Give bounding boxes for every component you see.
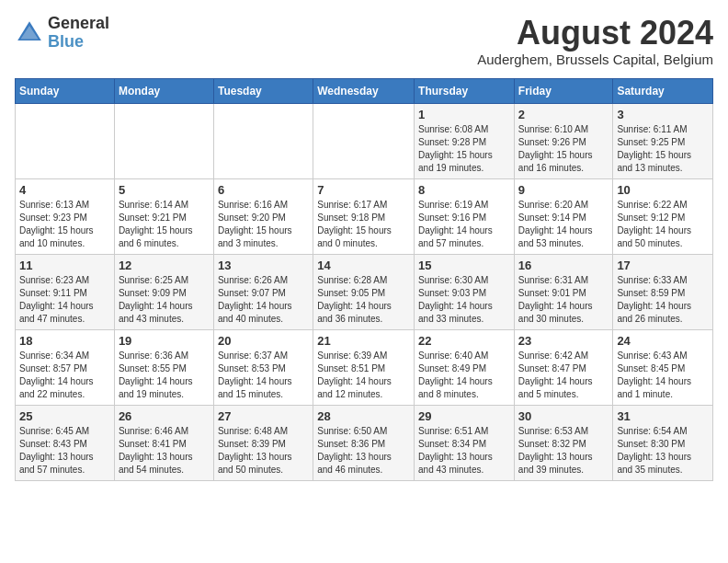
- calendar-cell: 19Sunrise: 6:36 AM Sunset: 8:55 PM Dayli…: [114, 329, 213, 405]
- day-info: Sunrise: 6:37 AM Sunset: 8:53 PM Dayligh…: [218, 350, 309, 401]
- day-info: Sunrise: 6:34 AM Sunset: 8:57 PM Dayligh…: [19, 350, 110, 401]
- calendar-cell: 28Sunrise: 6:50 AM Sunset: 8:36 PM Dayli…: [313, 405, 415, 480]
- day-number: 3: [617, 108, 709, 121]
- calendar-cell: 17Sunrise: 6:33 AM Sunset: 8:59 PM Dayli…: [613, 254, 713, 329]
- week-row-4: 25Sunrise: 6:45 AM Sunset: 8:43 PM Dayli…: [16, 405, 713, 480]
- column-header-monday: Monday: [114, 78, 213, 103]
- day-info: Sunrise: 6:53 AM Sunset: 8:32 PM Dayligh…: [518, 425, 609, 477]
- column-header-saturday: Saturday: [613, 78, 713, 103]
- day-number: 30: [518, 409, 609, 423]
- day-number: 24: [617, 334, 709, 348]
- calendar-cell: 27Sunrise: 6:48 AM Sunset: 8:39 PM Dayli…: [213, 405, 313, 480]
- logo-icon: [15, 18, 44, 48]
- day-number: 1: [418, 108, 510, 121]
- calendar-cell: 7Sunrise: 6:17 AM Sunset: 9:18 PM Daylig…: [313, 178, 415, 254]
- calendar-cell: 16Sunrise: 6:31 AM Sunset: 9:01 PM Dayli…: [514, 254, 613, 329]
- day-number: 31: [617, 409, 709, 423]
- day-number: 14: [317, 259, 410, 272]
- title-block: August 2024 Auderghem, Brussels Capital,…: [477, 15, 713, 67]
- day-number: 7: [317, 183, 410, 197]
- calendar-cell: 14Sunrise: 6:28 AM Sunset: 9:05 PM Dayli…: [313, 254, 415, 329]
- header-row: SundayMondayTuesdayWednesdayThursdayFrid…: [16, 78, 713, 103]
- day-number: 21: [317, 334, 410, 348]
- calendar-header: SundayMondayTuesdayWednesdayThursdayFrid…: [16, 78, 713, 103]
- calendar-cell: 9Sunrise: 6:20 AM Sunset: 9:14 PM Daylig…: [514, 178, 613, 254]
- calendar-cell: 22Sunrise: 6:40 AM Sunset: 8:49 PM Dayli…: [415, 329, 515, 405]
- day-info: Sunrise: 6:54 AM Sunset: 8:30 PM Dayligh…: [617, 425, 709, 477]
- calendar-cell: 3Sunrise: 6:11 AM Sunset: 9:25 PM Daylig…: [613, 103, 713, 178]
- week-row-3: 18Sunrise: 6:34 AM Sunset: 8:57 PM Dayli…: [16, 329, 713, 405]
- day-number: 12: [119, 259, 210, 272]
- day-number: 23: [518, 334, 609, 348]
- day-info: Sunrise: 6:20 AM Sunset: 9:14 PM Dayligh…: [518, 199, 609, 250]
- day-info: Sunrise: 6:22 AM Sunset: 9:12 PM Dayligh…: [617, 199, 709, 250]
- day-info: Sunrise: 6:42 AM Sunset: 8:47 PM Dayligh…: [518, 350, 609, 401]
- month-year: August 2024: [477, 15, 713, 52]
- day-number: 20: [218, 334, 309, 348]
- day-number: 17: [617, 259, 709, 272]
- calendar-cell: [213, 103, 313, 178]
- day-number: 6: [218, 183, 309, 197]
- calendar-cell: [114, 103, 213, 178]
- calendar-cell: 5Sunrise: 6:14 AM Sunset: 9:21 PM Daylig…: [114, 178, 213, 254]
- day-number: 9: [518, 183, 609, 197]
- day-number: 5: [119, 183, 210, 197]
- logo-general: General: [48, 14, 109, 32]
- day-info: Sunrise: 6:08 AM Sunset: 9:28 PM Dayligh…: [418, 123, 510, 175]
- calendar-cell: 11Sunrise: 6:23 AM Sunset: 9:11 PM Dayli…: [16, 254, 115, 329]
- day-info: Sunrise: 6:30 AM Sunset: 9:03 PM Dayligh…: [418, 274, 510, 326]
- calendar-cell: 1Sunrise: 6:08 AM Sunset: 9:28 PM Daylig…: [415, 103, 515, 178]
- column-header-friday: Friday: [514, 78, 613, 103]
- day-info: Sunrise: 6:48 AM Sunset: 8:39 PM Dayligh…: [218, 425, 309, 477]
- calendar-cell: 8Sunrise: 6:19 AM Sunset: 9:16 PM Daylig…: [415, 178, 515, 254]
- day-number: 8: [418, 183, 510, 197]
- column-header-tuesday: Tuesday: [213, 78, 313, 103]
- day-info: Sunrise: 6:33 AM Sunset: 8:59 PM Dayligh…: [617, 274, 709, 326]
- calendar-cell: 21Sunrise: 6:39 AM Sunset: 8:51 PM Dayli…: [313, 329, 415, 405]
- day-number: 26: [119, 409, 210, 423]
- day-number: 16: [518, 259, 609, 272]
- day-info: Sunrise: 6:17 AM Sunset: 9:18 PM Dayligh…: [317, 199, 410, 250]
- calendar-cell: 10Sunrise: 6:22 AM Sunset: 9:12 PM Dayli…: [613, 178, 713, 254]
- week-row-2: 11Sunrise: 6:23 AM Sunset: 9:11 PM Dayli…: [16, 254, 713, 329]
- day-number: 27: [218, 409, 309, 423]
- day-info: Sunrise: 6:40 AM Sunset: 8:49 PM Dayligh…: [418, 350, 510, 401]
- day-number: 25: [19, 409, 110, 423]
- calendar-cell: [16, 103, 115, 178]
- calendar-cell: 20Sunrise: 6:37 AM Sunset: 8:53 PM Dayli…: [213, 329, 313, 405]
- day-info: Sunrise: 6:19 AM Sunset: 9:16 PM Dayligh…: [418, 199, 510, 250]
- day-info: Sunrise: 6:23 AM Sunset: 9:11 PM Dayligh…: [19, 274, 110, 326]
- calendar-body: 1Sunrise: 6:08 AM Sunset: 9:28 PM Daylig…: [16, 103, 713, 480]
- calendar-cell: 13Sunrise: 6:26 AM Sunset: 9:07 PM Dayli…: [213, 254, 313, 329]
- day-number: 18: [19, 334, 110, 348]
- logo: General Blue: [15, 15, 109, 52]
- calendar-cell: 12Sunrise: 6:25 AM Sunset: 9:09 PM Dayli…: [114, 254, 213, 329]
- calendar-table: SundayMondayTuesdayWednesdayThursdayFrid…: [15, 78, 713, 481]
- day-info: Sunrise: 6:50 AM Sunset: 8:36 PM Dayligh…: [317, 425, 410, 477]
- calendar-cell: 29Sunrise: 6:51 AM Sunset: 8:34 PM Dayli…: [415, 405, 515, 480]
- day-info: Sunrise: 6:28 AM Sunset: 9:05 PM Dayligh…: [317, 274, 410, 326]
- week-row-0: 1Sunrise: 6:08 AM Sunset: 9:28 PM Daylig…: [16, 103, 713, 178]
- column-header-sunday: Sunday: [16, 78, 115, 103]
- week-row-1: 4Sunrise: 6:13 AM Sunset: 9:23 PM Daylig…: [16, 178, 713, 254]
- day-number: 19: [119, 334, 210, 348]
- day-info: Sunrise: 6:16 AM Sunset: 9:20 PM Dayligh…: [218, 199, 309, 250]
- day-number: 4: [19, 183, 110, 197]
- day-info: Sunrise: 6:45 AM Sunset: 8:43 PM Dayligh…: [19, 425, 110, 477]
- day-info: Sunrise: 6:43 AM Sunset: 8:45 PM Dayligh…: [617, 350, 709, 401]
- calendar-cell: 18Sunrise: 6:34 AM Sunset: 8:57 PM Dayli…: [16, 329, 115, 405]
- day-number: 15: [418, 259, 510, 272]
- day-info: Sunrise: 6:51 AM Sunset: 8:34 PM Dayligh…: [418, 425, 510, 477]
- logo-text: General Blue: [48, 15, 109, 52]
- logo-blue: Blue: [48, 32, 84, 51]
- day-number: 29: [418, 409, 510, 423]
- day-number: 11: [19, 259, 110, 272]
- calendar-cell: 23Sunrise: 6:42 AM Sunset: 8:47 PM Dayli…: [514, 329, 613, 405]
- calendar-cell: 6Sunrise: 6:16 AM Sunset: 9:20 PM Daylig…: [213, 178, 313, 254]
- calendar-cell: 2Sunrise: 6:10 AM Sunset: 9:26 PM Daylig…: [514, 103, 613, 178]
- calendar-cell: 26Sunrise: 6:46 AM Sunset: 8:41 PM Dayli…: [114, 405, 213, 480]
- day-info: Sunrise: 6:14 AM Sunset: 9:21 PM Dayligh…: [119, 199, 210, 250]
- day-info: Sunrise: 6:10 AM Sunset: 9:26 PM Dayligh…: [518, 123, 609, 175]
- day-number: 28: [317, 409, 410, 423]
- day-number: 10: [617, 183, 709, 197]
